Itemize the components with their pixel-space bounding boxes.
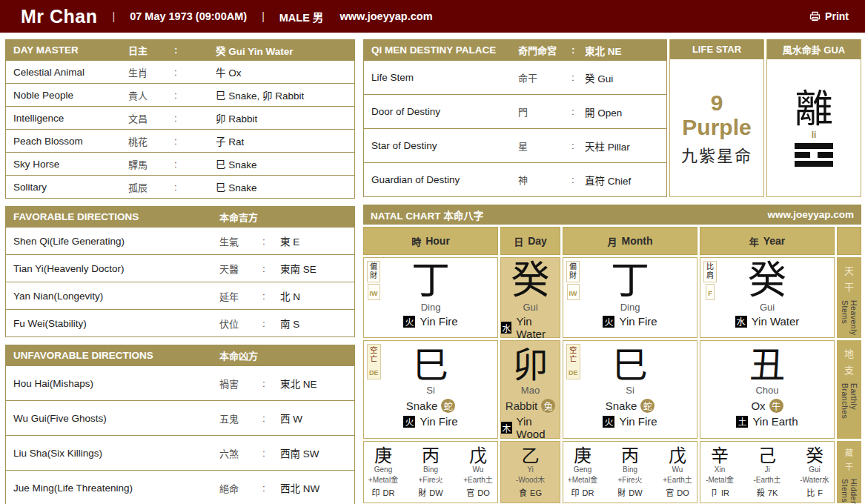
row-value: 子 Rat xyxy=(190,133,347,148)
row-label-cn: 延年 xyxy=(219,289,262,303)
day-stem-cell: 癸 Gui 水 Yin Water xyxy=(500,257,560,338)
hidden-stem: 癸 Gui -Water水 比F xyxy=(795,447,834,498)
pillar-header-day: 日 Day xyxy=(500,227,560,255)
branch-animal: Ox 牛 xyxy=(751,399,783,413)
person-name: Mr Chan xyxy=(21,6,98,27)
natal-title: NATAL CHART 本命八字 xyxy=(371,208,483,222)
void-badge: 空亡 DE xyxy=(566,344,580,379)
row-label-cn: 文昌 xyxy=(128,111,174,125)
row-value: 巳 Snake, 卯 Rabbit xyxy=(190,87,347,102)
row-label-cn: 神 xyxy=(518,173,571,187)
row-label-cn: 星 xyxy=(518,139,571,153)
table-row: Sky Horse 驛馬 : 巳 Snake xyxy=(6,152,354,175)
element-icon: 水 xyxy=(501,322,511,334)
section-title: UNFAVORABLE DIRECTIONS xyxy=(13,350,219,361)
row-label: Guardian of Destiny xyxy=(371,174,518,185)
trigram-bar-solid xyxy=(795,161,833,167)
year-branch-cell: 丑 Chou Ox 牛 土 Yin Earth xyxy=(700,340,835,439)
table-row: Tian Yi(Heavenly Doctor) 天醫 : 東南 SE xyxy=(6,254,354,282)
table-row: Celestial Animal 生肖 : 牛 Ox xyxy=(6,60,354,83)
print-label: Print xyxy=(825,10,849,22)
earthly-branches-side-label: 地支 Earthly Branches xyxy=(837,340,861,439)
trigram-bar-broken xyxy=(795,152,833,158)
row-label: Shen Qi(Life Generating) xyxy=(13,236,219,247)
row-label-cn: 絕命 xyxy=(219,481,262,495)
month-stem-cell: 偏財 IW 丁 Ding 火 Yin Fire xyxy=(563,257,697,338)
qimen-value: 東北 NE xyxy=(585,43,659,58)
qimen-destiny-palace-table: QI MEN DESTINY PALACE 奇門命宮 : 東北 NE Life … xyxy=(363,39,667,197)
row-value: 開 Open xyxy=(585,105,659,119)
birth-datetime: 07 May 1973 (09:00AM) xyxy=(130,10,247,22)
animal-icon: 牛 xyxy=(769,399,783,413)
row-value: 直符 Chief xyxy=(585,173,659,188)
ten-god-badge: 偏財 IW xyxy=(566,261,580,300)
life-star-cn: 九紫星命 xyxy=(681,142,752,166)
section-title: DAY MASTER xyxy=(13,44,128,56)
stem-pinyin: Ding xyxy=(620,302,640,313)
row-label-cn: 禍害 xyxy=(219,377,262,391)
table-row: Peach Blossom 桃花 : 子 Rat xyxy=(6,129,354,152)
day-master-header: DAY MASTER 日主 : 癸 Gui Yin Water xyxy=(6,40,354,60)
row-value: 北 N xyxy=(280,288,347,303)
hour-branch-cell: 空亡 DE 巳 Si Snake 蛇 火 Yin Fire xyxy=(363,340,498,439)
table-row: Wu Gui(Five Ghosts) 五鬼 : 西 W xyxy=(6,400,354,435)
year-stem-cell: 比肩 F 癸 Gui 水 Yin Water xyxy=(700,257,835,338)
stem-pinyin: Gui xyxy=(523,302,537,313)
day-hidden-stems-cell: 乙 Yi -Wood木 食EG xyxy=(500,441,560,503)
table-row: Guardian of Destiny 神 : 直符 Chief xyxy=(364,162,666,196)
favorable-header: FAVORABLE DIRECTIONS 本命吉方 xyxy=(6,207,354,227)
row-label: Liu Sha(Six Killings) xyxy=(13,448,219,459)
stem-element: 火 Yin Fire xyxy=(603,315,657,328)
row-label: Life Stem xyxy=(371,72,518,83)
hour-hidden-stems-cell: 庚 Geng +Metal金 印DR 丙 Bing +Fire火 財DW 戊 W… xyxy=(363,441,498,503)
gender-label: MALE 男 xyxy=(279,9,324,24)
day-master-value: 癸 Gui Yin Water xyxy=(190,43,347,58)
gua-box: 風水命卦 GUA 離 li xyxy=(766,39,861,197)
row-value: 南 S xyxy=(280,316,347,331)
row-label-cn: 伏位 xyxy=(219,316,262,331)
row-label-cn: 天醫 xyxy=(219,262,262,276)
section-title-cn: 日主 xyxy=(128,43,174,57)
table-row: Jue Ming(Life Threatening) 絕命 : 西北 NW xyxy=(6,470,354,504)
row-value: 東南 SE xyxy=(280,261,347,276)
row-label-cn: 生肖 xyxy=(128,65,174,79)
gua-pinyin: li xyxy=(812,130,817,140)
row-label-cn: 命干 xyxy=(518,70,571,84)
table-row: Door of Destiny 門 : 開 Open xyxy=(364,94,666,128)
hidden-stem: 丙 Bing +Fire火 財DW xyxy=(611,447,649,498)
right-column: QI MEN DESTINY PALACE 奇門命宮 : 東北 NE Life … xyxy=(363,39,861,504)
row-label-cn: 貴人 xyxy=(128,88,174,102)
heavenly-stems-side-label: 天干 Heavenly Stems xyxy=(837,257,861,338)
row-label: Celestial Animal xyxy=(13,67,128,78)
print-button[interactable]: Print xyxy=(809,10,849,22)
element-icon: 水 xyxy=(735,316,747,328)
branch-element: 土 Yin Earth xyxy=(736,415,798,428)
element-icon: 火 xyxy=(603,416,614,428)
branch-character: 卯 xyxy=(512,347,548,382)
row-value: 卯 Rabbit xyxy=(190,110,347,125)
title-bar: Mr Chan | 07 May 1973 (09:00AM) | MALE 男… xyxy=(0,0,865,33)
natal-chart-header: NATAL CHART 本命八字 www.joeyyap.com xyxy=(363,205,861,225)
section-title: FAVORABLE DIRECTIONS xyxy=(13,211,219,222)
table-row: Liu Sha(Six Killings) 六煞 : 西南 SW xyxy=(6,435,354,470)
branch-pinyin: Si xyxy=(626,385,634,396)
separator: | xyxy=(113,10,116,22)
grid-corner xyxy=(837,227,861,255)
stem-element: 火 Yin Fire xyxy=(403,315,457,328)
month-hidden-stems-cell: 庚 Geng +Metal金 印DR 丙 Bing +Fire火 財DW 戊 W… xyxy=(563,441,697,503)
day-branch-cell: 卯 Mao Rabbit 兔 木 Yin Wood xyxy=(500,340,560,439)
branch-element: 火 Yin Fire xyxy=(603,415,657,428)
table-row: Life Stem 命干 : 癸 Gui xyxy=(364,60,666,94)
right-top-row: QI MEN DESTINY PALACE 奇門命宮 : 東北 NE Life … xyxy=(363,39,861,197)
animal-icon: 兔 xyxy=(541,399,555,413)
row-value: 西南 SW xyxy=(280,445,347,460)
life-star-title: LIFE STAR xyxy=(670,39,763,59)
row-label: Sky Horse xyxy=(13,159,128,170)
unfavorable-header: UNFAVORABLE DIRECTIONS 本命凶方 xyxy=(6,345,354,365)
unfavorable-directions-table: UNFAVORABLE DIRECTIONS 本命凶方 Hou Hai(Mish… xyxy=(5,345,355,504)
animal-icon: 蛇 xyxy=(441,399,455,413)
row-label: Tian Yi(Heavenly Doctor) xyxy=(13,263,219,274)
row-value: 天柱 Pillar xyxy=(585,139,659,153)
life-star-box: LIFE STAR 9 Purple 九紫星命 xyxy=(669,39,764,197)
hidden-stem: 辛 Xin -Metal金 卩IR xyxy=(700,447,739,498)
